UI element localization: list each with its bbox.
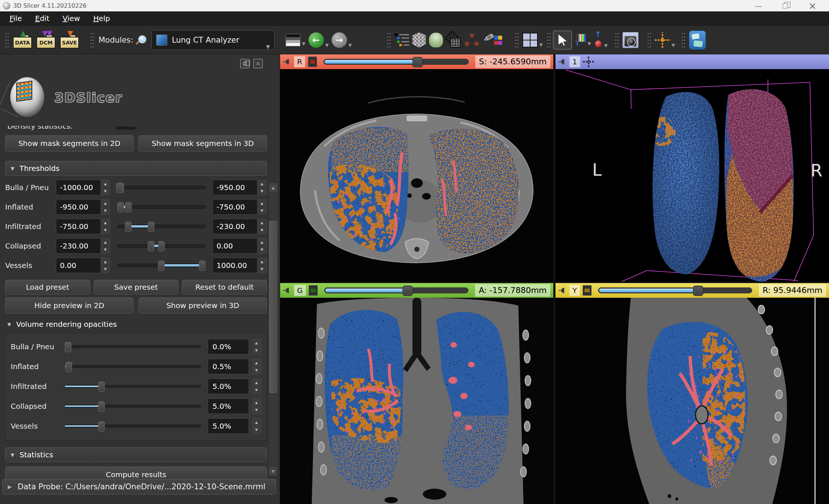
place-fiducial-button[interactable]: ↑▼ — [593, 31, 609, 50]
show-preview-3d-button[interactable]: Show preview in 3D — [139, 297, 267, 314]
collapsed-high-spinbox[interactable]: 0.00▲▼ — [212, 238, 267, 254]
menu-view[interactable]: View — [57, 12, 86, 24]
spin-down-icon[interactable]: ▼ — [257, 207, 267, 215]
spin-down-icon[interactable]: ▼ — [252, 426, 261, 433]
annotations-button[interactable]: ✎ — [482, 31, 502, 50]
close-button[interactable]: × — [808, 1, 817, 11]
show-mask-3d-button[interactable]: Show mask segments in 3D — [139, 135, 267, 151]
spin-down-icon[interactable]: ▼ — [101, 246, 110, 254]
scrollbar-track[interactable] — [268, 192, 278, 467]
green-slice-slider[interactable] — [324, 287, 469, 293]
window-level-button[interactable]: ▼ — [284, 32, 307, 48]
spin-up-icon[interactable]: ▲ — [257, 180, 267, 188]
infiltrated-low-spinbox[interactable]: -750.00▲▼ — [56, 219, 110, 234]
module-search-icon[interactable] — [137, 35, 146, 45]
spin-down-icon[interactable]: ▼ — [252, 347, 261, 354]
inflated-high-spinbox[interactable]: -750.00▲▼ — [212, 199, 267, 215]
spin-up-icon[interactable]: ▲ — [101, 200, 110, 207]
spin-up-icon[interactable]: ▲ — [101, 239, 110, 246]
load-data-button[interactable]: ▲ DATA — [13, 32, 33, 49]
collapsed-opacity-slider[interactable] — [64, 405, 201, 408]
colors-button[interactable]: ↑▼ — [572, 32, 592, 48]
load-preset-button[interactable]: Load preset — [5, 280, 90, 294]
layout-selector-button[interactable]: ▼ — [521, 31, 544, 49]
green-view-label[interactable]: G — [294, 285, 306, 296]
slider-handle[interactable] — [98, 382, 105, 392]
module-selector[interactable]: Lung CT Analyzer ▼ — [151, 30, 275, 50]
slider-handle[interactable] — [125, 222, 132, 232]
hide-preview-2d-button[interactable]: Hide preview in 2D — [5, 297, 133, 314]
minimize-button[interactable]: — — [755, 2, 762, 10]
reset-default-button[interactable]: Reset to default — [182, 280, 267, 294]
history-forward-button[interactable]: →▼ — [330, 31, 353, 49]
pin-icon[interactable] — [558, 288, 567, 293]
close-panel-button[interactable]: ✕ — [253, 59, 263, 68]
vessels-high-spinbox[interactable]: 1000.00▲▼ — [212, 258, 267, 273]
spin-up-icon[interactable]: ▲ — [252, 419, 261, 426]
spin-up-icon[interactable]: ▲ — [252, 359, 261, 367]
menu-file[interactable]: File — [4, 12, 28, 24]
bulla-range-slider[interactable] — [117, 186, 206, 189]
red-view-label[interactable]: R — [294, 56, 305, 67]
slider-handle[interactable] — [125, 202, 132, 212]
slider-handle[interactable] — [158, 241, 165, 251]
coronal-slice-image[interactable] — [280, 298, 553, 504]
slider-handle[interactable] — [65, 342, 71, 352]
statistics-section-header[interactable]: ▼ Statistics — [5, 447, 267, 462]
pin-icon[interactable] — [283, 288, 291, 293]
spin-down-icon[interactable]: ▼ — [101, 188, 110, 195]
bulla-high-spinbox[interactable]: -950.00▲▼ — [212, 180, 267, 195]
spin-down-icon[interactable]: ▼ — [252, 386, 261, 394]
spin-down-icon[interactable]: ▼ — [257, 188, 267, 195]
scroll-down-icon[interactable]: ▼ — [268, 467, 278, 476]
import-dicom-button[interactable]: ▼▼ DCM — [36, 32, 56, 49]
spin-up-icon[interactable]: ▲ — [252, 399, 261, 406]
drag-handle[interactable] — [4, 31, 9, 49]
infiltrated-opacity-slider[interactable] — [64, 385, 201, 388]
spin-down-icon[interactable]: ▼ — [101, 227, 110, 234]
slider-handle[interactable] — [148, 222, 154, 232]
green-slice-icon[interactable] — [309, 285, 318, 296]
yellow-slice-slider[interactable] — [598, 287, 752, 293]
spin-down-icon[interactable]: ▼ — [252, 367, 261, 374]
slider-handle[interactable] — [412, 57, 423, 67]
slider-handle[interactable] — [403, 286, 413, 296]
inflated-range-slider[interactable] — [117, 205, 206, 209]
bulla-opacity-slider[interactable] — [64, 345, 201, 348]
spin-up-icon[interactable]: ▲ — [257, 239, 267, 246]
markups-button[interactable]: ✳✳✳ — [462, 31, 482, 50]
spin-down-icon[interactable]: ▼ — [257, 266, 267, 273]
inflated-low-spinbox[interactable]: -950.00▲▼ — [56, 199, 110, 215]
spin-up-icon[interactable]: ▲ — [101, 180, 110, 188]
extensions-button[interactable] — [687, 29, 707, 51]
spin-down-icon[interactable]: ▼ — [257, 227, 267, 234]
spin-up-icon[interactable]: ▲ — [101, 258, 110, 266]
collapsed-low-spinbox[interactable]: -230.00▲▼ — [56, 238, 110, 254]
slider-handle[interactable] — [199, 261, 206, 271]
sagittal-slice-image[interactable] — [555, 298, 829, 504]
spin-up-icon[interactable]: ▲ — [257, 258, 267, 266]
menu-edit[interactable]: Edit — [29, 12, 55, 24]
yellow-view-label[interactable]: Y — [569, 285, 580, 296]
undock-panel-button[interactable] — [240, 59, 250, 68]
bulla-low-spinbox[interactable]: -1000.00▲▼ — [56, 180, 110, 195]
panel-scrollbar[interactable]: ▲ ▼ — [268, 182, 278, 476]
spin-up-icon[interactable]: ▲ — [101, 219, 110, 227]
red-slice-slider[interactable] — [324, 59, 469, 65]
yellow-slice-icon[interactable] — [583, 285, 592, 296]
slider-handle[interactable] — [116, 183, 123, 193]
spin-down-icon[interactable]: ▼ — [252, 406, 261, 414]
crosshair-button[interactable]: ▼ — [653, 31, 676, 49]
thresholds-section-header[interactable]: ▼ Thresholds — [5, 161, 267, 176]
slider-handle[interactable] — [693, 286, 703, 296]
collapsed-opacity-value[interactable]: 5.0% — [208, 398, 249, 414]
volume-rendering-button[interactable] — [411, 31, 428, 49]
spin-up-icon[interactable]: ▲ — [257, 219, 267, 227]
screenshot-button[interactable] — [621, 31, 640, 50]
red-slice-icon[interactable] — [308, 57, 317, 67]
pin-icon[interactable] — [283, 59, 291, 64]
slider-handle[interactable] — [98, 401, 105, 412]
threeD-render-view[interactable]: L R — [555, 69, 829, 282]
bulla-opacity-value[interactable]: 0.0% — [208, 339, 249, 354]
scrollbar-thumb[interactable] — [269, 221, 277, 393]
